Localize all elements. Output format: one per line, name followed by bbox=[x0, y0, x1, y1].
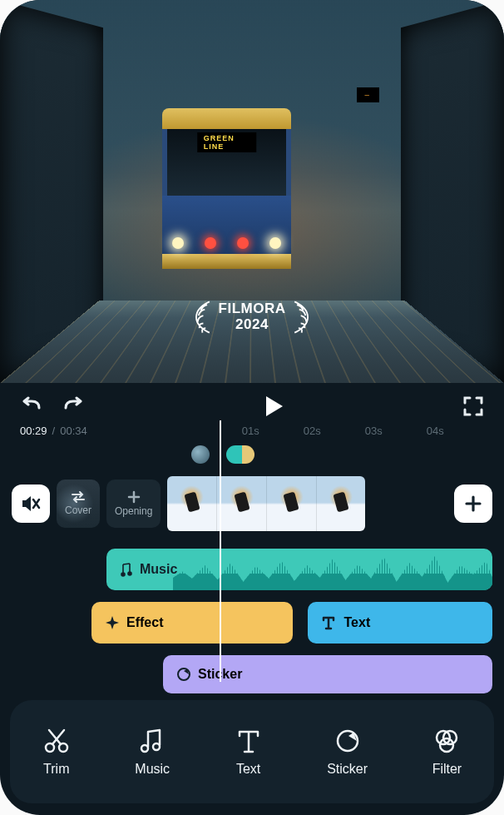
sparkle-icon bbox=[105, 615, 120, 630]
time-mark: 03s bbox=[365, 425, 427, 437]
clip-thumbnail bbox=[266, 476, 316, 531]
opening-button[interactable]: Opening bbox=[106, 480, 161, 528]
opening-label: Opening bbox=[115, 505, 152, 517]
music-tool[interactable]: Music bbox=[135, 727, 170, 777]
music-track[interactable]: Music bbox=[106, 549, 492, 590]
text-icon bbox=[321, 615, 336, 630]
clip-thumbnail bbox=[167, 476, 216, 531]
time-ruler[interactable]: 01s 02s 03s 04s bbox=[242, 425, 488, 437]
music-icon bbox=[138, 727, 166, 755]
video-clip[interactable] bbox=[167, 476, 365, 531]
app-frame: — GREEN LINE FILMORA 2024 00 bbox=[0, 0, 504, 815]
effect-track[interactable]: Effect bbox=[91, 602, 293, 644]
video-preview[interactable]: — GREEN LINE FILMORA 2024 bbox=[0, 0, 504, 383]
undo-button[interactable] bbox=[20, 396, 43, 416]
video-track: Cover Opening bbox=[0, 467, 504, 540]
total-time: 00:34 bbox=[60, 425, 87, 437]
bottom-toolbar: Trim Music Text Sticker Filter bbox=[10, 700, 494, 803]
effect-track-label: Effect bbox=[126, 615, 163, 630]
transport-controls bbox=[0, 383, 504, 423]
fullscreen-button[interactable] bbox=[462, 395, 484, 417]
trim-tool[interactable]: Trim bbox=[42, 727, 71, 777]
plus-icon bbox=[464, 494, 482, 513]
music-label: Music bbox=[135, 762, 170, 777]
time-mark: 04s bbox=[427, 425, 488, 437]
scene-platform-sign: — bbox=[357, 87, 379, 102]
sticker-track[interactable]: Sticker bbox=[163, 655, 492, 693]
svg-point-5 bbox=[338, 731, 358, 751]
time-mark: 01s bbox=[242, 425, 304, 437]
text-tool[interactable]: Text bbox=[235, 727, 263, 777]
swap-icon bbox=[71, 491, 86, 503]
svg-point-3 bbox=[141, 745, 148, 752]
watermark-badge: FILMORA 2024 bbox=[190, 300, 314, 335]
scissors-icon bbox=[42, 727, 71, 755]
scene-tram: GREEN LINE bbox=[162, 108, 291, 271]
clip-thumbnail bbox=[216, 476, 266, 531]
time-display: 00:29 / 00:34 01s 02s 03s 04s bbox=[0, 423, 504, 445]
keyframe-marker[interactable] bbox=[191, 445, 210, 464]
time-mark: 02s bbox=[304, 425, 365, 437]
sticker-icon bbox=[176, 667, 191, 682]
time-separator: / bbox=[52, 425, 56, 437]
svg-point-0 bbox=[178, 668, 190, 680]
current-time: 00:29 bbox=[20, 425, 47, 437]
cover-label: Cover bbox=[65, 504, 91, 516]
keyframe-track[interactable] bbox=[191, 445, 504, 467]
cover-button[interactable]: Cover bbox=[57, 480, 100, 528]
sticker-track-label: Sticker bbox=[198, 667, 242, 682]
svg-point-4 bbox=[153, 743, 160, 750]
filter-tool[interactable]: Filter bbox=[432, 727, 462, 777]
speaker-muted-icon bbox=[21, 494, 41, 513]
filter-icon bbox=[432, 727, 461, 755]
badge-title: FILMORA bbox=[219, 301, 286, 317]
music-track-label: Music bbox=[140, 562, 177, 577]
sticker-circle-icon bbox=[334, 727, 362, 755]
badge-year: 2024 bbox=[219, 317, 286, 333]
music-note-icon bbox=[118, 562, 133, 577]
play-button[interactable] bbox=[263, 395, 284, 418]
redo-button[interactable] bbox=[62, 396, 85, 416]
laurel-right-icon bbox=[290, 300, 314, 335]
laurel-left-icon bbox=[190, 300, 214, 335]
text-track-label: Text bbox=[344, 615, 371, 630]
keyframe-marker[interactable] bbox=[226, 445, 254, 464]
trim-label: Trim bbox=[43, 762, 69, 777]
add-clip-button[interactable] bbox=[454, 485, 492, 523]
clip-thumbnail bbox=[316, 476, 366, 531]
sticker-label: Sticker bbox=[327, 762, 368, 777]
audio-waveform bbox=[173, 549, 492, 590]
mute-button[interactable] bbox=[12, 485, 50, 523]
plus-icon bbox=[127, 490, 141, 504]
text-icon bbox=[235, 727, 263, 755]
filter-label: Filter bbox=[432, 762, 462, 777]
tram-destination: GREEN LINE bbox=[197, 132, 257, 152]
text-track[interactable]: Text bbox=[308, 602, 492, 644]
text-label: Text bbox=[236, 762, 260, 777]
sticker-tool[interactable]: Sticker bbox=[327, 727, 368, 777]
